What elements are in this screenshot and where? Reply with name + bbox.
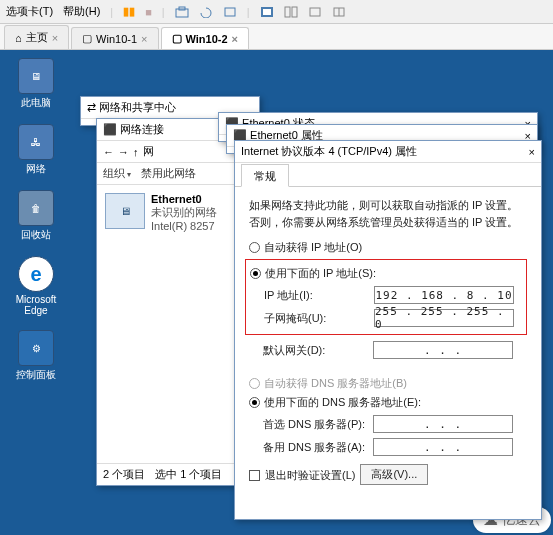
ip-address-input[interactable]: 192 . 168 . 8 . 10 [374,286,514,304]
radio-manual-dns[interactable]: 使用下面的 DNS 服务器地址(E): [249,395,527,410]
desktop-icon-network[interactable]: 🖧网络 [8,124,64,176]
window-network-connections[interactable]: ⬛ 网络连接 ←→↑网 组织 禁用此网络 🖥 Ethernet0 未识别的网络 … [96,118,251,486]
adapter-list: 🖥 Ethernet0 未识别的网络 Intel(R) 8257 [97,185,250,240]
desktop-icon-recycle-bin[interactable]: 🗑回收站 [8,190,64,242]
stop-icon[interactable]: ■ [145,6,152,18]
svg-rect-7 [310,8,320,16]
network-icon: 🖧 [18,124,54,160]
close-icon[interactable]: × [52,32,58,44]
svg-rect-2 [225,8,235,16]
menu-options[interactable]: 选项卡(T) [6,4,53,19]
snapshot-icon[interactable] [175,6,189,18]
highlight-box: 使用下面的 IP 地址(S): IP 地址(I):192 . 168 . 8 .… [245,259,527,335]
adapter-name: Ethernet0 [151,193,217,205]
svg-rect-6 [292,7,297,17]
home-icon: ⌂ [15,32,22,44]
tab-home[interactable]: ⌂ 主页 × [4,25,69,49]
view-icon-1[interactable] [308,6,322,18]
gateway-input[interactable]: . . . [373,341,513,359]
edge-icon: e [18,256,54,292]
icon-label: Microsoft Edge [8,294,64,316]
toolbar: 组织 禁用此网络 [97,163,250,185]
close-icon[interactable]: × [232,33,238,45]
app-toolbar: 选项卡(T) 帮助(H) | ▮▮ ■ | | [0,0,553,24]
unity-icon[interactable] [284,6,298,18]
desktop-icon-this-pc[interactable]: 🖥此电脑 [8,58,64,110]
icon-label: 控制面板 [16,368,56,382]
label-dns-preferred: 首选 DNS 服务器(P): [263,417,373,432]
tab-label: Win10-1 [96,33,137,45]
up-icon[interactable]: ↑ [133,146,139,158]
close-icon[interactable]: × [141,33,147,45]
radio-label: 使用下面的 IP 地址(S): [265,266,376,281]
radio-auto-dns: 自动获得 DNS 服务器地址(B) [249,376,527,391]
advanced-button[interactable]: 高级(V)... [360,464,428,485]
radio-label: 使用下面的 DNS 服务器地址(E): [264,395,421,410]
tab-label: Win10-2 [186,33,228,45]
settings-icon: ⚙ [18,330,54,366]
label-subnet-mask: 子网掩码(U): [264,311,374,326]
back-icon[interactable]: ← [103,146,114,158]
status-bar: 2 个项目 选中 1 个项目 [97,463,250,485]
selected-count: 选中 1 个项目 [155,467,222,482]
menu-help[interactable]: 帮助(H) [63,4,100,19]
manage-icon[interactable] [223,6,237,18]
trash-icon: 🗑 [18,190,54,226]
svg-rect-5 [285,7,290,17]
close-icon[interactable]: × [529,146,535,158]
label-ip: IP 地址(I): [264,288,374,303]
revert-icon[interactable] [199,6,213,18]
organize-menu[interactable]: 组织 [103,166,131,181]
dns-preferred-input[interactable]: . . . [373,415,513,433]
path: 网 [143,144,154,159]
radio-manual-ip[interactable]: 使用下面的 IP 地址(S): [250,266,522,281]
dns-alternate-input[interactable]: . . . [373,438,513,456]
radio-label: 自动获得 IP 地址(O) [264,240,362,255]
tab-win10-1[interactable]: ▢ Win10-1 × [71,27,158,49]
item-count: 2 个项目 [103,467,145,482]
desktop-icon-control-panel[interactable]: ⚙控制面板 [8,330,64,382]
label-gateway: 默认网关(D): [263,343,373,358]
share-icon: ⇄ [87,101,96,114]
icon-label: 网络 [26,162,46,176]
window-ipv4-properties[interactable]: Internet 协议版本 4 (TCP/IPv4) 属性 × 常规 如果网络支… [234,140,542,520]
pause-icon[interactable]: ▮▮ [123,5,135,18]
vm-icon: ▢ [82,32,92,45]
checkbox-label: 退出时验证设置(L) [265,468,355,483]
svg-rect-4 [263,9,271,15]
network-icon: ⬛ [103,123,117,136]
icon-label: 回收站 [21,228,51,242]
tab-bar: ⌂ 主页 × ▢ Win10-1 × ▢ Win10-2 × [0,24,553,50]
tab-win10-2[interactable]: ▢ Win10-2 × [161,27,250,49]
title: Internet 协议版本 4 (TCP/IPv4) 属性 [241,144,529,159]
disable-button[interactable]: 禁用此网络 [141,166,196,181]
tab-strip: 常规 [235,163,541,187]
adapter-icon[interactable]: 🖥 [105,193,145,229]
label-dns-alternate: 备用 DNS 服务器(A): [263,440,373,455]
view-icon-2[interactable] [332,6,346,18]
tab-label: 主页 [26,30,48,45]
description-text: 如果网络支持此功能，则可以获取自动指派的 IP 设置。否则，你需要从网络系统管理… [249,197,527,230]
icon-label: 此电脑 [21,96,51,110]
desktop-icon-edge[interactable]: eMicrosoft Edge [8,256,64,316]
adapter-item[interactable]: Ethernet0 未识别的网络 Intel(R) 8257 [151,193,217,232]
tab-general[interactable]: 常规 [241,164,289,187]
radio-label: 自动获得 DNS 服务器地址(B) [264,376,407,391]
pc-icon: 🖥 [18,58,54,94]
adapter-device: Intel(R) 8257 [151,220,217,232]
vm-icon: ▢ [172,32,182,45]
subnet-mask-input[interactable]: 255 . 255 . 255 . 0 [374,309,514,327]
forward-icon[interactable]: → [118,146,129,158]
validate-checkbox[interactable] [249,470,260,481]
adapter-status: 未识别的网络 [151,205,217,220]
radio-auto-ip[interactable]: 自动获得 IP 地址(O) [249,240,527,255]
fullscreen-icon[interactable] [260,6,274,18]
